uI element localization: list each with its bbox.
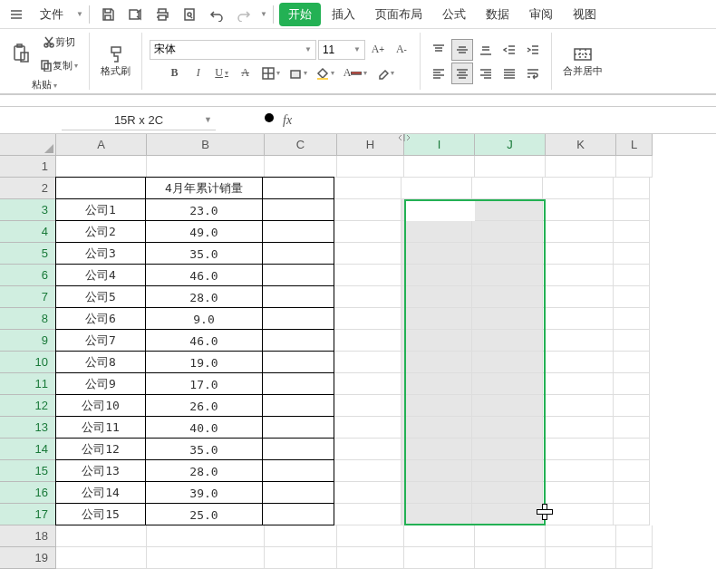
cell[interactable] [543,243,614,265]
cell[interactable] [543,352,614,373]
cell[interactable] [614,308,650,330]
cell[interactable]: 公司10 [55,394,146,417]
cell[interactable] [262,459,334,482]
row-header-13[interactable]: 13 [0,417,56,439]
cell[interactable] [546,156,616,178]
cell[interactable] [402,178,472,199]
cell[interactable] [337,547,404,569]
cell[interactable]: 23.0 [145,198,263,221]
cell[interactable] [614,417,650,439]
cell[interactable] [334,243,402,265]
row-header-4[interactable]: 4 [0,221,56,243]
cell[interactable] [402,373,472,395]
cell[interactable] [56,525,147,547]
cell[interactable] [543,460,614,482]
cell[interactable] [334,199,402,221]
format-painter-button[interactable]: 格式刷 [97,43,134,80]
row-header-2[interactable]: 2 [0,178,56,199]
align-center-button[interactable] [451,63,473,84]
column-header-K[interactable]: K [546,134,616,156]
cell[interactable] [472,504,543,525]
select-all-corner[interactable] [0,134,56,156]
row-header-19[interactable]: 19 [0,547,56,569]
row-header-8[interactable]: 8 [0,308,56,330]
cell[interactable] [402,330,472,352]
column-header-L[interactable]: L [616,134,653,156]
cell[interactable] [614,330,650,352]
cell[interactable]: 35.0 [145,438,263,460]
cell[interactable] [543,504,614,525]
cell[interactable] [334,286,402,308]
cell[interactable] [334,221,402,243]
font-color-button[interactable]: A▾ [340,63,372,84]
saveas-icon[interactable] [122,2,148,27]
cell[interactable]: 35.0 [145,242,263,265]
cell[interactable]: 公司7 [55,329,146,352]
fx-icon[interactable]: fx [283,113,292,128]
cell[interactable] [334,308,402,330]
row-header-3[interactable]: 3 [0,199,56,221]
bold-button[interactable]: B [164,63,186,84]
cell[interactable] [543,395,614,417]
row-header-7[interactable]: 7 [0,286,56,308]
column-header-J[interactable]: J [475,134,546,156]
font-size-select[interactable]: 11▼ [318,40,365,60]
column-header-B[interactable]: B [147,134,265,156]
cell[interactable] [472,352,543,373]
cell[interactable] [472,395,543,417]
align-top-button[interactable] [428,39,450,61]
cell[interactable] [262,198,334,221]
cell[interactable] [402,504,472,525]
cell[interactable] [472,199,543,221]
cell[interactable] [472,178,543,199]
chevron-down-icon[interactable]: ▼ [204,115,212,124]
cell[interactable] [334,460,402,482]
cell[interactable] [402,352,472,373]
cell[interactable]: 39.0 [145,481,263,504]
cell[interactable] [543,308,614,330]
cell[interactable]: 公司8 [55,351,146,373]
cell[interactable] [472,482,543,504]
cell[interactable]: 19.0 [145,351,263,373]
tab-公式[interactable]: 公式 [433,3,475,26]
cell[interactable] [334,504,402,525]
row-header-16[interactable]: 16 [0,482,56,504]
cell[interactable] [475,156,546,178]
cell[interactable] [402,243,472,265]
cell[interactable]: 40.0 [145,416,263,439]
row-header-5[interactable]: 5 [0,243,56,265]
cell[interactable] [334,395,402,417]
search-icon[interactable] [263,111,277,130]
cell[interactable] [404,525,475,547]
cell[interactable]: 28.0 [145,285,263,308]
cell[interactable] [402,286,472,308]
cell[interactable] [543,373,614,395]
column-header-I[interactable]: I [404,134,475,156]
clear-format-button[interactable]: ▾ [373,63,398,84]
cell[interactable] [614,395,650,417]
row-header-9[interactable]: 9 [0,330,56,352]
cell[interactable]: 17.0 [145,372,263,395]
cell[interactable] [262,220,334,243]
cell[interactable] [543,199,614,221]
cell[interactable] [614,199,650,221]
cell[interactable] [402,460,472,482]
cell[interactable] [262,307,334,330]
fill-color-button[interactable]: ▾ [313,63,338,84]
cell[interactable]: 公司9 [55,372,146,395]
cell[interactable] [402,199,472,221]
cell[interactable] [543,417,614,439]
cell[interactable] [404,547,475,569]
column-split-handle[interactable] [397,132,411,143]
name-box[interactable]: 15R x 2C ▼ [62,111,216,130]
cell[interactable] [472,243,543,265]
cell[interactable] [334,482,402,504]
cell[interactable] [147,547,265,569]
cell[interactable] [543,286,614,308]
row-header-6[interactable]: 6 [0,265,56,286]
row-header-12[interactable]: 12 [0,395,56,417]
cell[interactable] [265,156,337,178]
cell[interactable] [262,329,334,352]
cell[interactable]: 26.0 [145,394,263,417]
cell[interactable]: 公司15 [55,503,146,525]
